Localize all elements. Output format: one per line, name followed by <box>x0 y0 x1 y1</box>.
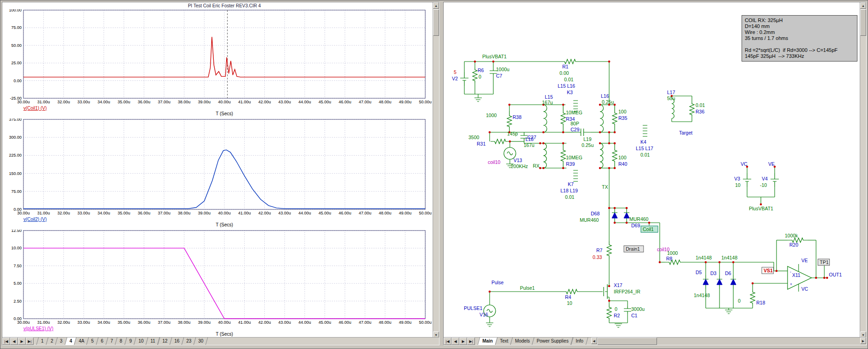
schematic-label[interactable]: L15 L16 <box>558 83 575 89</box>
schematic-label[interactable]: 100 <box>618 155 627 160</box>
schematic-label[interactable]: 1n4148 <box>721 255 737 260</box>
schematic-label[interactable]: PlusVBAT1 <box>749 206 773 211</box>
schematic-label[interactable]: L18 L19 <box>560 188 578 193</box>
resistor-symbol[interactable] <box>607 304 611 321</box>
horizontal-scroll-track[interactable] <box>206 338 439 345</box>
schematic-label[interactable]: 1000k <box>785 233 798 238</box>
schematic-label[interactable]: 1000u <box>496 67 509 72</box>
resistor-symbol[interactable] <box>750 290 755 305</box>
schematic-label[interactable]: VS1 <box>764 268 773 273</box>
coil-info-box[interactable]: COIL RX: 325µHD=140 mmWire : 0.2mm35 tur… <box>742 15 857 62</box>
schematic-label[interactable]: 0.01 <box>640 152 650 158</box>
schematic-label[interactable]: -10 <box>760 182 767 188</box>
schematic-label[interactable]: Coil1 <box>643 226 654 232</box>
coupling-symbol[interactable] <box>573 170 578 181</box>
scroll-up-button[interactable]: ▲ <box>860 2 866 9</box>
sine-icon[interactable] <box>507 152 513 155</box>
resistor-symbol[interactable] <box>561 143 565 168</box>
schematic-label[interactable]: 167u <box>542 100 553 105</box>
schematic-label[interactable]: MUR460 <box>580 217 599 223</box>
diode-symbol[interactable] <box>731 279 736 285</box>
ground-symbol[interactable] <box>474 98 482 101</box>
schematic-label[interactable]: RX <box>533 163 540 169</box>
battery-symbol[interactable] <box>743 173 751 187</box>
right-vertical-scrollbar[interactable]: ▲ ▼ <box>860 2 866 338</box>
schematic-label[interactable]: IRFP264_IR <box>614 289 640 294</box>
inductor-symbol[interactable] <box>543 105 547 132</box>
ground-symbol[interactable] <box>486 323 493 326</box>
schematic-label[interactable]: 0 <box>479 74 481 79</box>
inductor-symbol[interactable] <box>543 143 547 168</box>
schematic-label[interactable]: R4 <box>565 294 571 300</box>
resistor-symbol[interactable] <box>612 143 617 168</box>
schematic-label[interactable]: Drain1 <box>626 246 640 252</box>
trace-label-coil2[interactable]: v(Coil2) (V) <box>23 217 434 222</box>
schematic-label[interactable]: coil10 <box>488 159 501 165</box>
schematic-label[interactable]: 10 <box>735 182 741 188</box>
schematic-label[interactable]: L19 <box>583 136 592 142</box>
left-vertical-scrollbar[interactable]: ▲ ▼ <box>433 2 439 338</box>
schematic-label[interactable]: 3500 <box>468 135 480 140</box>
schematic-label[interactable]: 100 <box>618 109 627 114</box>
schematic-label[interactable]: R31 <box>477 141 485 146</box>
inductor-symbol[interactable] <box>600 105 604 132</box>
sheet-tab-power-supplies[interactable]: Power Supplies <box>532 338 573 345</box>
resistor-symbol[interactable] <box>561 289 582 294</box>
schematic-label[interactable]: R7 <box>596 248 603 253</box>
tab-nav-button[interactable]: ◀ <box>10 338 18 345</box>
sheet-tab-models[interactable]: Models <box>510 338 535 345</box>
schematic-label[interactable]: 10MEG <box>566 155 582 160</box>
schematic-label[interactable]: TP1 <box>820 259 828 265</box>
diode-symbol[interactable] <box>612 213 617 218</box>
resistor-symbol[interactable] <box>473 68 477 83</box>
schematic-label[interactable]: R18 <box>756 300 765 305</box>
schematic-label[interactable]: 3000u <box>631 306 645 312</box>
sheet-tab-info[interactable]: Info <box>571 338 588 345</box>
plot-canvas-coil2[interactable]: 30.00u31.00u32.00u33.00u34.00u35.00u36.0… <box>2 118 433 217</box>
tab-nav-button[interactable]: ▶ <box>459 338 467 345</box>
schematic-label[interactable]: C7 <box>496 73 503 79</box>
schematic-label[interactable]: V13 <box>514 158 522 163</box>
schematic-label[interactable]: V2 <box>452 76 458 81</box>
schematic-label[interactable]: Target <box>679 130 692 135</box>
schematic-label[interactable]: 1000 <box>667 250 678 256</box>
resistor-symbol[interactable] <box>561 105 565 132</box>
schematic-label[interactable]: C29 <box>571 127 579 132</box>
schematic-label[interactable]: K7 <box>568 181 574 187</box>
coupling-symbol[interactable] <box>643 125 647 136</box>
schematic-label[interactable]: D68 <box>591 211 600 216</box>
tab-nav-button[interactable]: ▶| <box>467 338 475 345</box>
schematic-label[interactable]: 80P <box>571 121 579 126</box>
resistor-symbol[interactable] <box>612 105 617 132</box>
trace-label-pulse[interactable]: v(pULSE1) (V) <box>23 326 434 332</box>
schematic-label[interactable]: VC <box>741 161 748 167</box>
scroll-right-button[interactable]: ▶ <box>860 338 866 344</box>
schematic-label[interactable]: VE <box>801 258 808 263</box>
ground-symbol[interactable] <box>725 310 732 314</box>
diode-symbol[interactable] <box>624 213 629 218</box>
schematic-label[interactable]: L15 L17 <box>636 146 653 151</box>
resistor-symbol[interactable] <box>491 139 510 144</box>
schematic-label[interactable]: 0.01 <box>696 102 705 108</box>
tab-nav-button[interactable]: ▶| <box>26 338 34 345</box>
schematic-label[interactable]: MUR460 <box>629 216 649 222</box>
resistor-symbol[interactable] <box>559 59 582 64</box>
schematic-label[interactable]: 1n4148 <box>694 293 710 298</box>
schematic-label[interactable]: 10MEG <box>566 110 582 115</box>
schematic-label[interactable]: L16 <box>601 93 609 99</box>
battery-symbol[interactable] <box>771 173 779 187</box>
hscrollbar-thumb[interactable] <box>597 338 657 345</box>
schematic-hscrollbar[interactable]: ◀ ▶ <box>591 338 866 345</box>
plot-canvas-coil1[interactable]: 30.00u31.00u32.00u33.00u34.00u35.00u36.0… <box>2 9 433 106</box>
schematic-label[interactable]: Pulse1 <box>520 285 535 291</box>
schematic-label[interactable]: C1 <box>631 313 638 318</box>
schematic-label[interactable]: L17 <box>667 90 675 95</box>
schematic-label[interactable]: PlusVBAT1 <box>482 54 507 59</box>
hscroll-track[interactable] <box>657 338 860 345</box>
schematic-label[interactable]: L18 <box>525 136 534 142</box>
resistor-symbol[interactable] <box>690 102 694 116</box>
schematic-label[interactable]: 200KHz <box>511 163 528 169</box>
diode-symbol[interactable] <box>703 279 708 285</box>
schematic-label[interactable]: K3 <box>567 90 573 95</box>
schematic-label[interactable]: 0 <box>615 306 617 312</box>
